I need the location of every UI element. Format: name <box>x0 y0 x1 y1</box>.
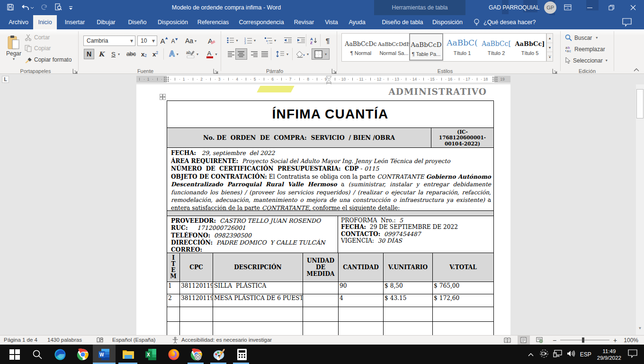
styles-gallery-open[interactable]: —▼ <box>547 52 553 61</box>
items-cell[interactable]: 90 <box>339 282 384 294</box>
volume-icon[interactable] <box>567 350 575 359</box>
word-count[interactable]: 1430 palabras <box>47 336 82 345</box>
font-dialog-launcher[interactable] <box>213 68 219 74</box>
style-t-tulo-5[interactable]: AaBbCc]Título 5 <box>513 33 547 61</box>
supplier-row[interactable]: PROVEEDOR: CASTRO TELLO JUAN ROSENDORUC:… <box>167 216 494 253</box>
order-header-row[interactable]: No. DE ORDEN DE COMPRA: SERVICIO / BIEN … <box>167 127 494 148</box>
feedback-icon[interactable] <box>622 18 632 28</box>
tell-me-box[interactable]: ¿Qué desea hacer? <box>474 15 536 29</box>
indent-markers[interactable] <box>326 76 331 85</box>
items-cell[interactable] <box>433 322 493 335</box>
items-cell[interactable]: SILLA PLÁSTICA <box>213 282 303 294</box>
tab-dibujar[interactable]: Dibujar <box>92 15 120 29</box>
shrink-font-button[interactable]: A <box>170 36 179 46</box>
vertical-scrollbar[interactable]: ▲ ▼ <box>636 84 644 335</box>
tab-revisar[interactable]: Revisar <box>290 15 318 29</box>
items-cell[interactable]: $ 8,50 <box>384 282 433 294</box>
superscript-button[interactable]: x2 <box>150 49 161 59</box>
show-marks-button[interactable]: ¶ <box>322 35 333 46</box>
zoom-out-button[interactable]: − <box>553 337 556 344</box>
change-case-button[interactable]: Aa▾ <box>183 35 198 46</box>
items-cell[interactable] <box>303 282 339 294</box>
page-indicator[interactable]: Página 1 de 4 <box>4 336 37 345</box>
items-cell[interactable]: $ 765,00 <box>433 282 493 294</box>
action-center-icon[interactable] <box>628 349 637 360</box>
paint-icon[interactable] <box>208 345 230 364</box>
tab-ayuda[interactable]: Ayuda <box>346 15 368 29</box>
items-header-cell[interactable]: CPC <box>180 253 213 282</box>
items-cell[interactable]: 1 <box>167 282 180 294</box>
meet-now-icon[interactable] <box>540 349 548 360</box>
justify-button[interactable] <box>259 49 270 59</box>
styles-scroll-down[interactable]: ▼ <box>547 43 553 52</box>
bullets-button[interactable]: ▾ <box>225 35 240 46</box>
close-button[interactable] <box>622 0 644 15</box>
calculator-icon[interactable] <box>231 345 253 364</box>
restore-button[interactable] <box>600 0 622 15</box>
tab-inicio[interactable]: Inicio <box>33 15 57 29</box>
font-size-combobox[interactable]: 10▾ <box>137 36 157 46</box>
items-header-cell[interactable]: V.UNITARIO <box>384 253 433 282</box>
numbering-button[interactable]: 123▾ <box>242 35 258 46</box>
file-explorer-icon[interactable] <box>117 345 139 364</box>
save-icon[interactable] <box>7 3 14 13</box>
ribbon-display-options-button[interactable] <box>557 0 579 15</box>
items-cell[interactable] <box>339 307 384 322</box>
style-normal-sa-[interactable]: AaBbCcDdENormal Sa... <box>377 33 411 61</box>
minimize-button[interactable] <box>579 0 600 15</box>
sort-button[interactable]: AZ <box>308 35 320 46</box>
items-cell[interactable] <box>167 307 180 322</box>
scrollbar-thumb[interactable] <box>636 89 644 118</box>
font-name-combobox[interactable]: Cambria▾ <box>83 36 135 46</box>
collapse-ribbon-button[interactable] <box>632 66 641 73</box>
increase-indent-button[interactable] <box>295 35 307 46</box>
tray-chevron-icon[interactable] <box>528 350 534 359</box>
borders-button[interactable]: ▾ <box>312 48 330 60</box>
table-column-marker[interactable] <box>164 77 170 82</box>
styles-dialog-launcher[interactable] <box>552 68 558 74</box>
horizontal-ruler[interactable]: 123456789101112131415161718191 <box>136 76 510 82</box>
print-layout-button[interactable] <box>518 336 530 345</box>
items-cell[interactable] <box>339 322 384 335</box>
decrease-indent-button[interactable] <box>282 35 294 46</box>
edge-icon[interactable] <box>49 345 71 364</box>
multilevel-list-button[interactable]: ai▾ <box>262 35 278 46</box>
replace-button[interactable]: abac Reemplazar <box>565 45 605 53</box>
text-effects-button[interactable]: A▾ <box>167 49 181 59</box>
align-right-button[interactable] <box>249 49 260 59</box>
word-taskbar-icon[interactable]: W <box>93 345 116 364</box>
find-button[interactable]: Buscar▾ <box>565 34 598 42</box>
chrome-app-icon[interactable] <box>186 345 207 364</box>
contract-info-cell[interactable]: FECHA: 29, septiembre del 2022 ÁREA REQU… <box>167 147 494 211</box>
zoom-level[interactable]: 100% <box>624 337 638 344</box>
read-mode-button[interactable] <box>501 336 514 345</box>
document-title-cell[interactable]: ÍNFIMA CUANTÍA <box>167 100 494 128</box>
avatar[interactable]: GP <box>544 1 556 14</box>
styles-scroll-up[interactable]: ▲ <box>547 34 553 43</box>
tab-vista[interactable]: Vista <box>321 15 342 29</box>
items-cell[interactable]: 381120119 <box>180 282 213 294</box>
zoom-slider[interactable] <box>560 336 609 345</box>
items-cell[interactable]: $ 43.15 <box>384 294 433 307</box>
items-header-cell[interactable]: V.TOTAL <box>433 253 493 282</box>
font-color-button[interactable]: A▾ <box>204 49 220 59</box>
items-cell[interactable]: 2 <box>167 294 180 307</box>
tab-correspondencia[interactable]: Correspondencia <box>236 15 287 29</box>
tab-dise-o[interactable]: Diseño <box>124 15 151 29</box>
taskbar-search-icon[interactable] <box>27 345 48 364</box>
tab-disposici-n[interactable]: Disposición <box>431 15 464 29</box>
style-t-tulo-1[interactable]: AaBbC(Título 1 <box>445 33 479 61</box>
items-header-cell[interactable]: ITEM <box>167 253 180 282</box>
tab-disposici-n[interactable]: Disposición <box>154 15 191 29</box>
grow-font-button[interactable]: A <box>160 35 169 46</box>
document-page[interactable]: ADMINISTRATIVO ÍNFIMA CUANTÍA No. DE ORD… <box>136 84 510 335</box>
highlight-color-button[interactable]: ab▾ <box>184 49 201 59</box>
tab-selector[interactable]: L <box>2 76 9 83</box>
items-cell[interactable]: 381120119 <box>180 294 213 307</box>
italic-button[interactable]: K <box>96 49 107 59</box>
tray-clock[interactable]: 11:4929/9/2022 <box>597 348 621 361</box>
shading-button[interactable]: ▾ <box>294 49 311 59</box>
items-cell[interactable] <box>433 307 493 322</box>
tab-archivo[interactable]: Archivo <box>4 15 33 29</box>
items-cell[interactable] <box>180 307 213 322</box>
